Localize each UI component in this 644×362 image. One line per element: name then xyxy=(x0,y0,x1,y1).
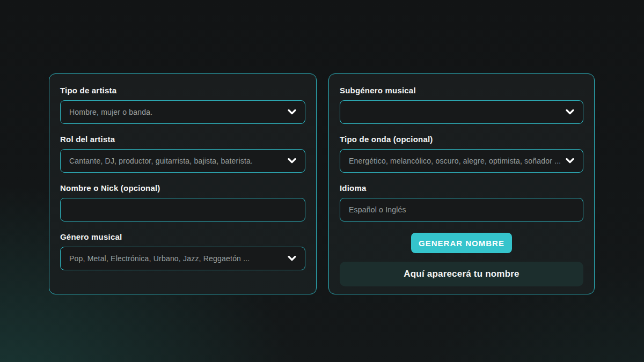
field-tipo-de-onda: Tipo de onda (opcional) Energético, mela… xyxy=(340,135,583,173)
generate-name-button[interactable]: GENERAR NOMBRE xyxy=(411,233,512,253)
chevron-down-icon xyxy=(288,158,296,164)
field-nombre-o-nick: Nombre o Nick (opcional) xyxy=(60,183,305,221)
idioma-input[interactable] xyxy=(340,198,583,221)
tipo-de-artista-placeholder: Hombre, mujer o banda. xyxy=(69,108,282,116)
idioma-label: Idioma xyxy=(340,183,583,193)
generated-name-result: Aquí aparecerá tu nombre xyxy=(340,262,583,286)
field-tipo-de-artista: Tipo de artista Hombre, mujer o banda. xyxy=(60,86,305,124)
rol-del-artista-placeholder: Cantante, DJ, productor, guitarrista, ba… xyxy=(69,157,282,165)
field-idioma: Idioma xyxy=(340,183,583,221)
nombre-o-nick-input[interactable] xyxy=(60,198,305,221)
tipo-de-artista-select[interactable]: Hombre, mujer o banda. xyxy=(60,100,305,124)
chevron-down-icon xyxy=(566,158,574,164)
genero-musical-label: Género musical xyxy=(60,232,305,241)
chevron-down-icon xyxy=(566,109,574,115)
rol-del-artista-label: Rol del artista xyxy=(60,135,305,144)
generator-panel: Subgénero musical Tipo de onda (opcional… xyxy=(328,73,595,294)
tipo-de-onda-label: Tipo de onda (opcional) xyxy=(340,135,583,144)
genero-musical-placeholder: Pop, Metal, Electrónica, Urbano, Jazz, R… xyxy=(69,254,282,263)
field-rol-del-artista: Rol del artista Cantante, DJ, productor,… xyxy=(60,135,305,173)
field-genero-musical: Género musical Pop, Metal, Electrónica, … xyxy=(60,232,305,270)
subgenero-musical-select[interactable] xyxy=(340,100,583,124)
tipo-de-onda-select[interactable]: Energético, melancólico, oscuro, alegre,… xyxy=(340,149,583,173)
subgenero-musical-label: Subgénero musical xyxy=(340,86,583,95)
tipo-de-onda-placeholder: Energético, melancólico, oscuro, alegre,… xyxy=(349,157,560,165)
genero-musical-select[interactable]: Pop, Metal, Electrónica, Urbano, Jazz, R… xyxy=(60,247,305,270)
artist-form-panel: Tipo de artista Hombre, mujer o banda. R… xyxy=(49,73,317,294)
chevron-down-icon xyxy=(288,256,296,261)
chevron-down-icon xyxy=(288,109,296,115)
tipo-de-artista-label: Tipo de artista xyxy=(60,86,305,95)
nombre-o-nick-label: Nombre o Nick (opcional) xyxy=(60,183,305,193)
rol-del-artista-select[interactable]: Cantante, DJ, productor, guitarrista, ba… xyxy=(60,149,305,173)
field-subgenero-musical: Subgénero musical xyxy=(340,86,583,124)
